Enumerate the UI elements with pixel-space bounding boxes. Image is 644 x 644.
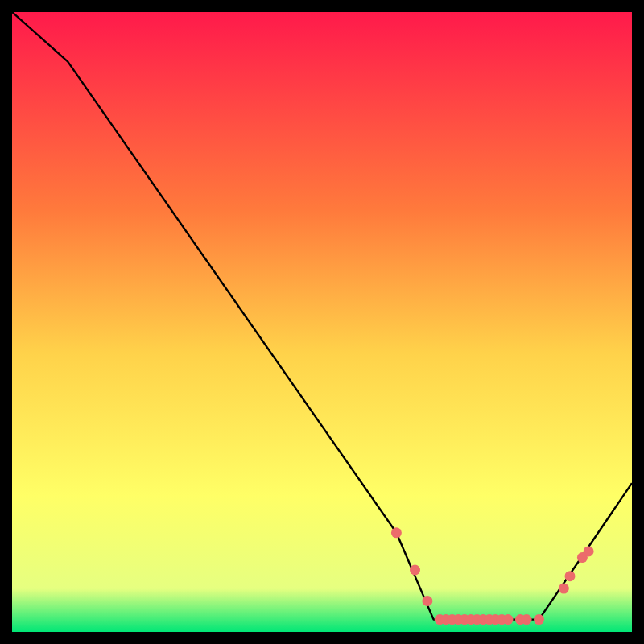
marker-point [391, 527, 402, 538]
marker-point [565, 571, 576, 581]
marker-point [410, 565, 420, 576]
gradient-background [12, 12, 632, 632]
marker-point [534, 614, 544, 625]
marker-point [584, 546, 594, 556]
marker-point [559, 584, 569, 594]
chart-frame: TheBottleneck.com [12, 12, 632, 632]
marker-point [422, 596, 432, 606]
marker-point [522, 614, 532, 625]
bottleneck-chart [12, 12, 632, 632]
marker-point [503, 614, 514, 625]
